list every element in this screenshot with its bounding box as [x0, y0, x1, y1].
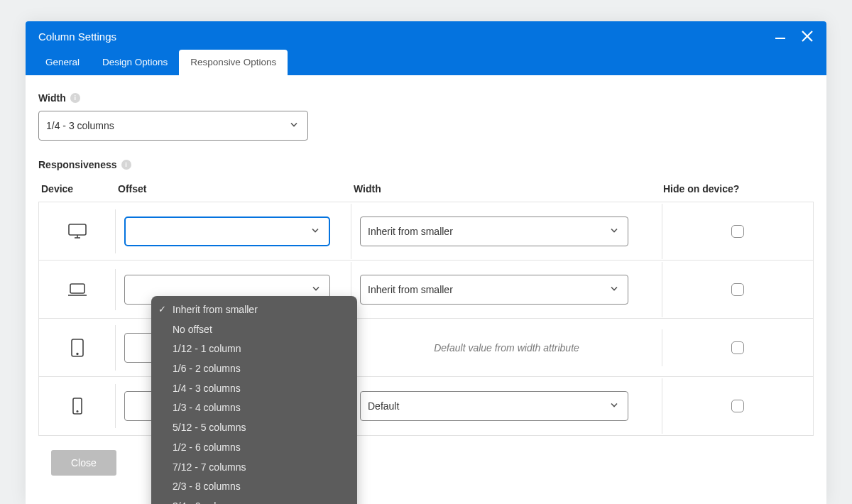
dropdown-option[interactable]: Inherit from smaller — [151, 300, 357, 320]
hide-checkbox[interactable] — [731, 283, 744, 296]
device-cell — [39, 209, 116, 253]
offset-cell — [116, 204, 351, 259]
tablet-icon — [70, 338, 85, 358]
th-device: Device — [41, 183, 118, 195]
width-label: Width — [38, 92, 66, 104]
width-label-row: Width i — [38, 92, 814, 104]
responsive-table-header: Device Offset Width Hide on device? — [38, 177, 814, 202]
th-offset: Offset — [118, 183, 354, 195]
width-cell: Inherit from smaller — [351, 262, 662, 317]
dropdown-option[interactable]: 3/4 - 9 columns — [151, 497, 357, 504]
tab-responsive-options[interactable]: Responsive Options — [179, 50, 288, 75]
dropdown-option[interactable]: 1/3 - 4 columns — [151, 398, 357, 418]
window-header: Column Settings General Design Options R… — [26, 21, 826, 75]
svg-point-11 — [77, 411, 78, 412]
minimize-button[interactable] — [772, 28, 788, 44]
chevron-down-icon — [609, 283, 619, 295]
close-window-button[interactable] — [799, 28, 815, 44]
responsiveness-label-row: Responsiveness i — [38, 159, 814, 170]
info-icon[interactable]: i — [121, 160, 131, 170]
chevron-down-icon — [289, 120, 299, 132]
th-hide: Hide on device? — [663, 183, 814, 195]
chevron-down-icon — [311, 283, 321, 295]
hide-cell — [662, 329, 813, 367]
row-width-value: Inherit from smaller — [368, 226, 453, 237]
svg-rect-6 — [70, 284, 84, 293]
responsiveness-label: Responsiveness — [38, 159, 117, 170]
device-cell — [39, 325, 116, 371]
row-width-select[interactable]: Inherit from smaller — [360, 217, 628, 246]
row-width-value: Inherit from smaller — [368, 284, 453, 295]
dropdown-option[interactable]: 1/4 - 3 columns — [151, 379, 357, 399]
close-button[interactable]: Close — [51, 450, 116, 476]
default-width-text: Default value from width attribute — [360, 342, 653, 354]
dropdown-option[interactable]: No offset — [151, 320, 357, 340]
desktop-icon — [67, 222, 88, 241]
dropdown-option[interactable]: 1/12 - 1 column — [151, 339, 357, 359]
dropdown-option[interactable]: 1/2 - 6 columns — [151, 438, 357, 458]
info-icon[interactable]: i — [70, 93, 80, 103]
width-cell: Default value from width attribute — [351, 329, 662, 366]
dropdown-option[interactable]: 5/12 - 5 columns — [151, 418, 357, 438]
device-cell — [39, 269, 116, 310]
hide-cell — [662, 212, 813, 251]
dropdown-option[interactable]: 2/3 - 8 columns — [151, 477, 357, 497]
window-title: Column Settings — [38, 31, 116, 43]
row-width-value: Default — [368, 400, 399, 412]
phone-icon — [72, 397, 83, 415]
window-controls — [772, 28, 815, 44]
svg-rect-3 — [69, 224, 86, 235]
offset-dropdown-panel[interactable]: Inherit from smaller No offset 1/12 - 1 … — [151, 296, 357, 504]
chevron-down-icon — [609, 400, 619, 412]
svg-point-9 — [77, 353, 78, 354]
chevron-down-icon — [310, 225, 320, 237]
row-width-select[interactable]: Default — [360, 391, 628, 421]
table-row: Inherit from smaller — [39, 202, 813, 261]
tab-general[interactable]: General — [34, 50, 91, 75]
width-cell: Default — [351, 378, 662, 434]
width-select-value: 1/4 - 3 columns — [46, 120, 114, 131]
hide-checkbox[interactable] — [731, 400, 744, 412]
hide-checkbox[interactable] — [731, 341, 744, 354]
hide-checkbox[interactable] — [731, 225, 744, 238]
dropdown-option[interactable]: 7/12 - 7 columns — [151, 458, 357, 478]
chevron-down-icon — [609, 225, 619, 237]
minimize-icon — [774, 30, 787, 43]
hide-cell — [662, 270, 813, 309]
offset-select[interactable] — [124, 217, 330, 246]
close-icon — [800, 29, 814, 43]
window-body: Width i 1/4 - 3 columns Responsiveness i… — [26, 75, 826, 504]
tab-design-options[interactable]: Design Options — [91, 50, 179, 75]
laptop-icon — [67, 282, 88, 297]
width-select[interactable]: 1/4 - 3 columns — [38, 111, 308, 141]
th-width: Width — [354, 183, 663, 195]
dropdown-option[interactable]: 1/6 - 2 columns — [151, 359, 357, 379]
hide-cell — [662, 387, 813, 425]
device-cell — [39, 384, 116, 428]
settings-window: Column Settings General Design Options R… — [26, 21, 826, 504]
width-section: Width i 1/4 - 3 columns — [38, 92, 814, 141]
row-width-select[interactable]: Inherit from smaller — [360, 275, 628, 305]
width-cell: Inherit from smaller — [351, 204, 662, 259]
tab-bar: General Design Options Responsive Option… — [26, 50, 826, 75]
